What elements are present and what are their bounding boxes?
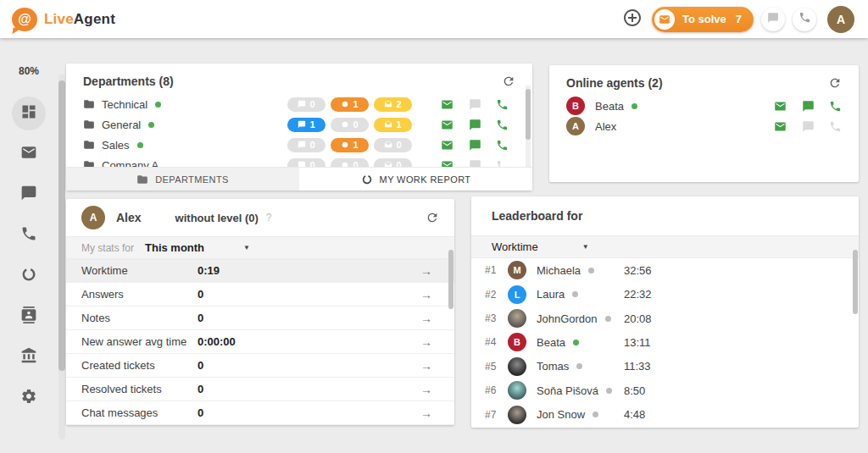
stat-row[interactable]: Chat messages0→ bbox=[66, 401, 454, 425]
phone-icon[interactable] bbox=[496, 98, 509, 111]
liveagent-logo-icon: @ bbox=[12, 8, 37, 31]
agent-name: Alex bbox=[595, 120, 616, 133]
leaderboard-title: Leaderboard for bbox=[492, 209, 582, 223]
refresh-icon[interactable] bbox=[502, 75, 515, 88]
leaderboard-scrollbar-thumb[interactable] bbox=[853, 250, 858, 314]
refresh-icon[interactable] bbox=[828, 76, 842, 90]
department-row[interactable]: General101 bbox=[66, 114, 532, 135]
sidebar-item-settings[interactable] bbox=[12, 381, 46, 415]
online-agents-panel: Online agents (2) BBeataAAlex bbox=[549, 65, 859, 182]
contact-card-icon bbox=[20, 307, 37, 327]
email-icon[interactable] bbox=[441, 119, 453, 131]
stat-label: New answer avg time bbox=[81, 335, 198, 348]
agent-name: Soňa Pišová bbox=[537, 384, 598, 397]
stat-row[interactable]: Answers0→ bbox=[66, 283, 454, 307]
agent-level: without level (0) bbox=[175, 212, 259, 224]
email-icon[interactable] bbox=[441, 139, 453, 152]
chevron-down-icon[interactable]: ▼ bbox=[582, 243, 589, 251]
agent-name: Alex bbox=[116, 211, 142, 224]
sidebar-item-calls[interactable] bbox=[12, 218, 46, 252]
offline-status-dot bbox=[572, 291, 578, 297]
chat-icon[interactable] bbox=[802, 100, 815, 113]
agent-name: Laura bbox=[537, 288, 565, 301]
departments-scrollbar-thumb[interactable] bbox=[526, 89, 531, 140]
stat-row[interactable]: Notes0→ bbox=[66, 307, 454, 330]
department-name: Company A bbox=[102, 159, 159, 168]
arrow-right-icon[interactable]: → bbox=[420, 312, 432, 325]
stat-row[interactable]: Resolved tickets0→ bbox=[66, 378, 454, 401]
offline-status-dot bbox=[605, 316, 611, 322]
leaderboard-metric-dropdown[interactable]: Worktime bbox=[492, 240, 538, 253]
refresh-icon[interactable] bbox=[426, 211, 439, 224]
sidebar-item-reports[interactable] bbox=[12, 259, 46, 293]
online-agents-title: Online agents (2) bbox=[566, 76, 663, 90]
leaderboard-row: #4BBeata13:11 bbox=[471, 330, 859, 354]
sidebar-item-chats[interactable] bbox=[12, 178, 46, 212]
departments-widget: Departments (8) Technical012General101Sa… bbox=[66, 64, 532, 191]
avatar-photo bbox=[508, 406, 526, 424]
to-solve-button[interactable]: To solve 7 bbox=[652, 7, 754, 32]
phone-icon[interactable] bbox=[829, 100, 842, 113]
my-work-report-panel: A Alex without level (0) ? My stats for … bbox=[66, 199, 454, 425]
department-row[interactable]: Company A000 bbox=[66, 155, 532, 167]
worktime-value: 13:11 bbox=[624, 336, 651, 349]
offline-status-dot bbox=[593, 412, 598, 417]
period-dropdown[interactable]: This month bbox=[145, 241, 204, 254]
arrow-right-icon[interactable]: → bbox=[420, 335, 432, 349]
department-row[interactable]: Technical012 bbox=[66, 94, 532, 114]
agent-row[interactable]: AAlex bbox=[549, 116, 859, 136]
email-icon[interactable] bbox=[441, 159, 453, 168]
chat-icon[interactable] bbox=[469, 119, 481, 131]
avatar: A bbox=[566, 117, 585, 135]
sidebar-item-billing[interactable] bbox=[12, 340, 46, 374]
stat-row[interactable]: Created tickets0→ bbox=[66, 354, 454, 378]
sidebar-item-tickets[interactable] bbox=[12, 137, 46, 171]
avatar: B bbox=[566, 97, 585, 115]
main-scrollbar-thumb[interactable] bbox=[58, 80, 65, 371]
calls-button[interactable] bbox=[793, 8, 816, 31]
plus-circle-icon bbox=[622, 8, 643, 31]
circle-icon bbox=[20, 266, 37, 286]
online-status-dot bbox=[137, 142, 143, 148]
chats-button[interactable] bbox=[761, 8, 785, 31]
department-row[interactable]: Sales010 bbox=[66, 135, 532, 155]
sidebar-item-dashboard[interactable] bbox=[12, 97, 46, 130]
brand-agent: Agent bbox=[74, 11, 115, 27]
stat-label: Worktime bbox=[81, 264, 198, 277]
email-icon[interactable] bbox=[441, 98, 453, 111]
chat-icon[interactable] bbox=[469, 139, 481, 152]
phone-icon[interactable] bbox=[496, 119, 509, 131]
sidebar-item-contacts[interactable] bbox=[12, 300, 46, 334]
liveagent-logo[interactable]: @ LiveAgent bbox=[12, 8, 115, 31]
tab-departments[interactable]: DEPARTMENTS bbox=[66, 168, 299, 191]
arrow-right-icon[interactable]: → bbox=[420, 383, 432, 396]
chat-icon[interactable] bbox=[469, 98, 481, 111]
offline-status-dot bbox=[588, 268, 594, 273]
email-icon[interactable] bbox=[774, 120, 787, 133]
avatar-photo bbox=[508, 357, 526, 376]
phone-icon[interactable] bbox=[496, 159, 509, 168]
help-icon[interactable]: ? bbox=[266, 212, 272, 224]
tab-my-work-report[interactable]: MY WORK REPORT bbox=[299, 168, 532, 191]
avatar-photo bbox=[508, 309, 526, 328]
chat-icon[interactable] bbox=[802, 120, 815, 133]
arrow-right-icon[interactable]: → bbox=[420, 359, 432, 373]
chat-icon[interactable] bbox=[469, 159, 481, 168]
phone-icon[interactable] bbox=[496, 139, 509, 152]
stat-label: Resolved tickets bbox=[81, 383, 198, 395]
chevron-down-icon[interactable]: ▼ bbox=[243, 244, 250, 251]
stat-row[interactable]: New answer avg time0:00:00→ bbox=[66, 330, 454, 354]
report-scrollbar-thumb[interactable] bbox=[448, 250, 453, 309]
phone-icon[interactable] bbox=[829, 120, 842, 133]
user-avatar[interactable]: A bbox=[827, 6, 854, 33]
arrow-right-icon[interactable]: → bbox=[420, 406, 432, 420]
stat-value: 0 bbox=[198, 288, 203, 301]
stat-row[interactable]: Worktime0:19→ bbox=[66, 259, 454, 283]
mailopen-count-badge: 0 bbox=[374, 158, 412, 168]
arrow-right-icon[interactable]: → bbox=[420, 264, 432, 278]
email-icon[interactable] bbox=[774, 100, 787, 113]
add-new-button[interactable] bbox=[620, 8, 644, 31]
agent-row[interactable]: BBeata bbox=[549, 96, 859, 116]
arrow-right-icon[interactable]: → bbox=[420, 288, 432, 301]
worktime-value: 11:33 bbox=[624, 360, 651, 373]
